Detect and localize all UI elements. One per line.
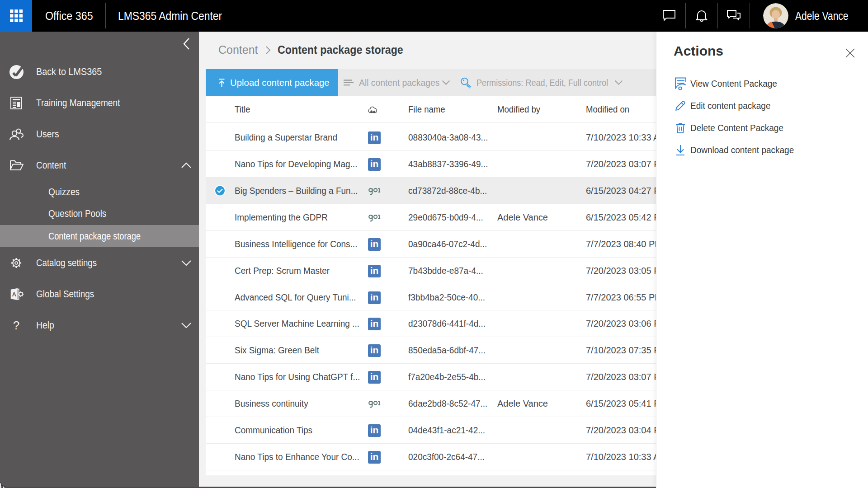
svg-text:A: A (12, 291, 17, 298)
